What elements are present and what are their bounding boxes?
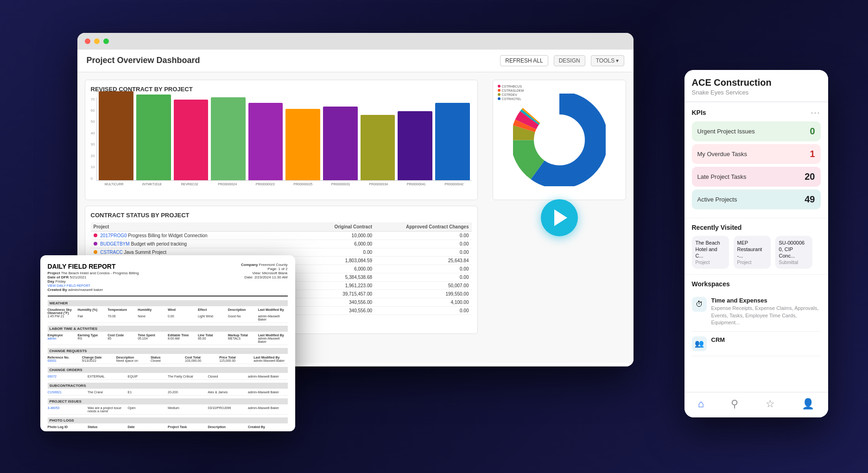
field-report: DAILY FIELD REPORT Project The Beach Hot… (40, 255, 295, 431)
main-scene: Project Overview Dashboard REFRESH ALL D… (40, 33, 828, 441)
tools-button[interactable]: TOOLS ▾ (591, 55, 624, 66)
approved-changes: 4,100.00 (375, 298, 471, 306)
bar-chart-container: REVISED CONTRACT BY PROJECT 0 10 20 30 4… (85, 80, 478, 200)
tab-home[interactable]: ⌂ (691, 396, 711, 412)
time-expenses-icon: ⏱ (692, 297, 707, 312)
mobile-panel: ACE Construction Snake Eyes Services KPI… (684, 70, 828, 417)
close-button[interactable] (85, 38, 90, 44)
company-subtitle: Snake Eyes Services (692, 89, 821, 96)
workspace-crm[interactable]: 👥 CRM (692, 332, 821, 356)
change-requests-section: CHANGE REQUESTS Reference No. Change Dat… (48, 348, 288, 364)
weather-section: WEATHER Cloudiness Sky Observed (°F) Hum… (48, 300, 288, 323)
kpi-section-title: KPIs (692, 109, 706, 116)
donut-label-2: CSTRASLDEM (498, 89, 524, 92)
workspace-time-expenses[interactable]: ⏱ Time and Expenses Expense Receipts, Ex… (692, 292, 821, 331)
workspaces-title: Workspaces (692, 280, 821, 288)
kpi-row-active[interactable]: Active Projects 49 (692, 189, 821, 209)
kpi-row-urgent[interactable]: Urgent Project Issues 0 (692, 121, 821, 141)
tab-search[interactable]: ⚲ (723, 396, 746, 412)
maximize-button[interactable] (103, 38, 109, 44)
approved-changes: 0.00 (375, 306, 471, 315)
workspace-crm-info: CRM (711, 336, 725, 343)
approved-changes: 0.00 (375, 273, 471, 281)
original-contract: 1,803,084.59 (314, 256, 375, 265)
visited-item-3[interactable]: SU-000006 0, CIP Conc... Submittal (775, 236, 812, 269)
home-icon: ⌂ (698, 398, 704, 410)
original-contract: 0.00 (314, 248, 375, 256)
visited-item-2[interactable]: MEP Restaurant -... Project (734, 236, 771, 269)
table-row[interactable]: 2017PROG0 Progress Billing for Widget Co… (91, 231, 472, 240)
minimize-button[interactable] (94, 38, 100, 44)
donut-dot-2 (498, 89, 501, 92)
design-button[interactable]: DESIGN (554, 55, 585, 66)
project-name: Budget with period tracking (131, 241, 187, 246)
kpi-value-urgent: 0 (810, 126, 815, 137)
bar-chart-labels: MULTICURRINTMKT2018REVREC02PR00000024PR0… (96, 183, 471, 186)
report-header-right: Company Freemont County Page: 1 of 2 Vie… (241, 263, 288, 292)
project-issues-data: 3-46053 Was are a project issue needs a … (48, 406, 288, 415)
project-code-link[interactable]: BUDGETBYM (100, 241, 129, 246)
kpi-label-active: Active Projects (697, 196, 737, 203)
chart-area-right: CSTRHBCUS CSTRASLDEM CSTRDEV (485, 72, 634, 363)
visited-item-1-title: The Beach Hotel and C... (696, 240, 725, 259)
col-changes: Approved Contract Changes (375, 222, 471, 232)
crm-icon: 👥 (692, 336, 707, 351)
bar-PR00000034[interactable] (361, 115, 395, 180)
visited-item-1-sub: Project (696, 260, 725, 265)
bar-PR00000031[interactable] (323, 107, 358, 180)
original-contract: 5,384,538.68 (314, 273, 375, 281)
kpi-label-late: Late Project Tasks (697, 173, 747, 180)
row-dot (94, 250, 97, 254)
approved-changes: 0.00 (375, 240, 471, 248)
change-requests-data: 00001 5/13/2022 Need space on Closed 103… (48, 359, 288, 364)
bar-INTMKT2018[interactable] (136, 95, 171, 180)
bar-chart-bars (96, 97, 471, 181)
refresh-all-button[interactable]: REFRESH ALL (500, 55, 548, 66)
visited-item-3-title: SU-000006 0, CIP Conc... (779, 240, 809, 259)
donut-container: CSTRHBCUS CSTRASLDEM CSTRDEV (493, 80, 626, 200)
donut-label-3: CSTRDEV (498, 93, 524, 96)
dashboard-toolbar: Project Overview Dashboard REFRESH ALL D… (77, 50, 634, 72)
visited-item-1[interactable]: The Beach Hotel and C... Project (692, 236, 729, 269)
bar-PR00000041[interactable] (398, 111, 432, 180)
tab-favorites[interactable]: ☆ (758, 396, 782, 412)
profile-icon: 👤 (802, 398, 814, 410)
bar-MULTICURR[interactable] (99, 91, 133, 180)
bar-PR00000042[interactable] (435, 103, 470, 180)
labor-headers: Employee Earning Type Cost Code Time Spe… (48, 334, 288, 337)
kpi-value-late: 20 (805, 171, 815, 182)
kpi-row-overdue[interactable]: My Overdue Tasks 1 (692, 144, 821, 164)
row-dot (94, 233, 97, 237)
bar-PR00000024[interactable] (211, 97, 246, 180)
original-contract: 340,556.00 (314, 298, 375, 306)
approved-changes: 0.00 (375, 231, 471, 240)
subcontractors-section: SUBCONTRACTORS CUS6621 The Crane E1 20-2… (48, 383, 288, 396)
tab-profile[interactable]: 👤 (794, 396, 822, 412)
table-row[interactable]: BUDGETBYM Budget with period tracking 6,… (91, 240, 472, 248)
bar-label-PR00000041: PR00000041 (399, 183, 434, 186)
play-triangle-icon (554, 209, 567, 226)
bar-REVREC02[interactable] (174, 100, 209, 180)
photo-logs-headers: Photo Log ID Status Date Project Task De… (48, 425, 288, 429)
bar-PR00000023[interactable] (248, 103, 283, 180)
bar-label-MULTICURR: MULTICURR (96, 183, 132, 186)
project-name: Java Summit Project (124, 250, 166, 255)
project-name: Progress Billing for Widget Connection (128, 233, 207, 238)
report-title: DAILY FIELD REPORT (48, 263, 139, 270)
project-code-link[interactable]: CSTRACC (100, 250, 122, 255)
donut-label-1: CSTRHBCUS (498, 85, 524, 88)
browser-titlebar (77, 33, 634, 50)
y-axis-labels: 0 10 20 30 40 50 60 70 (91, 97, 95, 181)
project-code-link[interactable]: 2017PROG0 (100, 233, 127, 238)
labor-title: LABOR TIME & ACTIVITIES (48, 326, 288, 332)
row-dot (94, 242, 97, 246)
bar-PR00000025[interactable] (285, 109, 320, 180)
kpi-row-late[interactable]: Late Project Tasks 20 (692, 167, 821, 187)
visited-item-2-title: MEP Restaurant -... (737, 240, 767, 259)
donut-dot-1 (498, 85, 501, 88)
play-button[interactable] (541, 199, 578, 236)
kpi-more-button[interactable]: ··· (811, 108, 820, 118)
kpi-label-urgent: Urgent Project Issues (697, 128, 755, 135)
kpi-value-overdue: 1 (810, 149, 815, 159)
photo-logs-section: PHOTO LOGS Photo Log ID Status Date Proj… (48, 417, 288, 429)
